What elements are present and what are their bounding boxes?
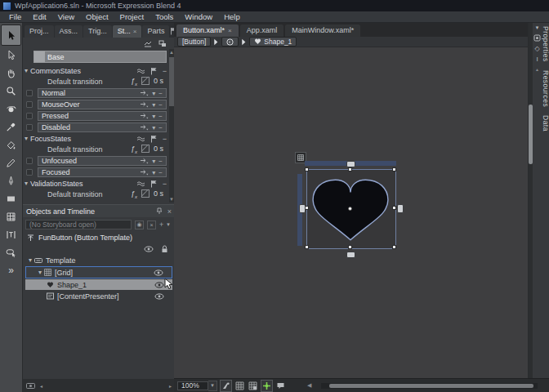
chevron-down-icon[interactable]: ▾: [536, 24, 539, 31]
panel-tab-proj[interactable]: Proj...: [25, 25, 54, 38]
lock-column-icon[interactable]: [161, 245, 168, 253]
remove-state-icon[interactable]: −: [158, 124, 163, 131]
right-tab-properties[interactable]: Properties: [540, 26, 549, 62]
menu-object[interactable]: Object: [80, 12, 114, 21]
resize-handle-sw[interactable]: [305, 245, 309, 249]
add-transition-icon[interactable]: [140, 90, 149, 96]
horizontal-scrollbar[interactable]: [321, 383, 538, 389]
tool-eyedropper[interactable]: [2, 118, 20, 136]
easing-checkbox[interactable]: [141, 77, 150, 85]
doc-tab-buttonxaml[interactable]: Button.xaml*×: [176, 24, 239, 37]
tree-node-template[interactable]: ▾Template: [25, 255, 172, 265]
footer-scroll-left-icon[interactable]: ◂: [40, 383, 42, 389]
easing-function-icon[interactable]: ƒx: [131, 145, 137, 154]
anchor-adorner-left[interactable]: [299, 204, 306, 213]
add-transition-icon[interactable]: [140, 113, 149, 119]
state-row-focused[interactable]: Focused▾−: [26, 167, 167, 177]
tool-grid[interactable]: [2, 207, 20, 225]
remove-state-icon[interactable]: −: [158, 101, 163, 109]
chevron-down-icon[interactable]: ▾: [152, 158, 155, 165]
snap-to-snaplines-icon[interactable]: [261, 380, 273, 392]
open-storyboard-icon[interactable]: ◉: [135, 220, 144, 229]
breadcrumb-item-scope[interactable]: [221, 37, 239, 47]
state-row-normal[interactable]: Normal▾−: [26, 88, 167, 98]
collapse-group-icon[interactable]: −: [163, 67, 167, 75]
turn-on-recording-icon[interactable]: [150, 135, 158, 143]
transition-preview-icon[interactable]: [136, 180, 145, 187]
state-group-focusstates[interactable]: ▾FocusStates−: [25, 133, 167, 144]
chevron-down-icon[interactable]: ▾: [25, 180, 28, 187]
menu-edit[interactable]: Edit: [27, 12, 51, 21]
menu-help[interactable]: Help: [218, 12, 246, 21]
storyboard-options-icon[interactable]: ▾: [167, 221, 170, 228]
vertical-scrollbar[interactable]: [529, 23, 533, 378]
anchor-adorner-right[interactable]: [397, 204, 404, 213]
strip-up-icon[interactable]: ▴: [536, 66, 538, 72]
state-group-validationstates[interactable]: ▾ValidationStates−: [25, 178, 167, 189]
hscroll-thumb[interactable]: [329, 384, 533, 388]
easing-checkbox[interactable]: [141, 145, 150, 153]
tool-zoom[interactable]: [2, 82, 20, 100]
chevron-down-icon[interactable]: ▾: [152, 90, 155, 97]
template-scope-row[interactable]: FunButton (Button Template): [23, 232, 175, 243]
record-state-icon[interactable]: [26, 158, 33, 164]
menu-window[interactable]: Window: [179, 12, 218, 21]
resize-handle-nw[interactable]: [305, 167, 309, 172]
record-state-icon[interactable]: [26, 90, 33, 96]
state-bar[interactable]: Focused▾−: [38, 167, 167, 177]
vscroll-thumb[interactable]: [529, 105, 533, 164]
tool-pencil[interactable]: [2, 154, 20, 172]
state-bar[interactable]: Normal▾−: [38, 88, 167, 98]
resize-handle-s[interactable]: [348, 245, 352, 249]
anchor-adorner-bottom[interactable]: [346, 252, 355, 258]
new-storyboard-icon[interactable]: +: [159, 220, 163, 229]
menu-file[interactable]: File: [3, 12, 27, 21]
zoom-dropdown-icon[interactable]: ▾: [208, 381, 217, 391]
breadcrumb-item-button[interactable]: [Button]: [177, 37, 211, 47]
record-state-icon[interactable]: [26, 113, 33, 119]
tool-camera-orbit[interactable]: [2, 100, 20, 118]
chevron-down-icon[interactable]: ▾: [152, 124, 155, 131]
ibeam-icon[interactable]: I: [536, 56, 538, 63]
add-transition-icon[interactable]: [140, 101, 149, 108]
state-group-commonstates[interactable]: ▾CommonStates−: [25, 65, 167, 76]
state-bar[interactable]: Unfocused▾−: [38, 156, 167, 166]
artboard[interactable]: [174, 47, 528, 378]
record-state-icon[interactable]: [26, 101, 33, 108]
snap-to-grid-icon[interactable]: [248, 381, 258, 391]
diamond-icon[interactable]: ◇: [534, 45, 539, 52]
add-transition-icon[interactable]: [140, 124, 149, 131]
breadcrumb-item-shape_1[interactable]: Shape_1: [249, 37, 297, 47]
chevron-down-icon[interactable]: ▾: [152, 113, 155, 120]
easing-function-icon[interactable]: ƒx: [131, 189, 137, 199]
menu-project[interactable]: Project: [114, 12, 150, 21]
chevron-down-icon[interactable]: ▾: [25, 67, 28, 74]
tool-button[interactable]: [2, 243, 20, 261]
render-effects-toggle-icon[interactable]: [220, 380, 232, 392]
expander-icon[interactable]: ▾: [29, 256, 32, 264]
menu-view[interactable]: View: [52, 12, 80, 21]
close-tab-icon[interactable]: ×: [133, 28, 137, 35]
panel-tab-ass[interactable]: Ass...: [55, 25, 83, 38]
eye-icon[interactable]: [154, 270, 163, 276]
chevron-down-icon[interactable]: ▾: [152, 169, 155, 176]
storyboard-picker[interactable]: (No Storyboard open): [25, 220, 132, 229]
remove-state-icon[interactable]: −: [158, 169, 163, 176]
state-row-pressed[interactable]: Pressed▾−: [26, 111, 167, 121]
panel-tab-parts[interactable]: Parts: [142, 25, 169, 38]
tool-text[interactable]: [2, 225, 20, 243]
panel-tab-st[interactable]: St...×: [113, 25, 142, 38]
transition-preview-icon[interactable]: [136, 136, 145, 142]
state-row-mouseover[interactable]: MouseOver▾−: [26, 100, 167, 109]
resize-handle-ne[interactable]: [392, 167, 396, 172]
state-row-unfocused[interactable]: Unfocused▾−: [26, 156, 167, 166]
collapse-group-icon[interactable]: −: [163, 135, 167, 143]
close-panel-icon[interactable]: ×: [167, 207, 172, 216]
expander-icon[interactable]: ▾: [38, 269, 42, 276]
state-base-row[interactable]: Base: [33, 51, 167, 63]
state-bar[interactable]: MouseOver▾−: [38, 100, 167, 109]
eye-icon[interactable]: [154, 282, 164, 288]
annotations-icon[interactable]: [275, 381, 286, 391]
scope-up-icon[interactable]: [27, 234, 34, 242]
hscroll-left-icon[interactable]: ◀: [307, 382, 311, 389]
